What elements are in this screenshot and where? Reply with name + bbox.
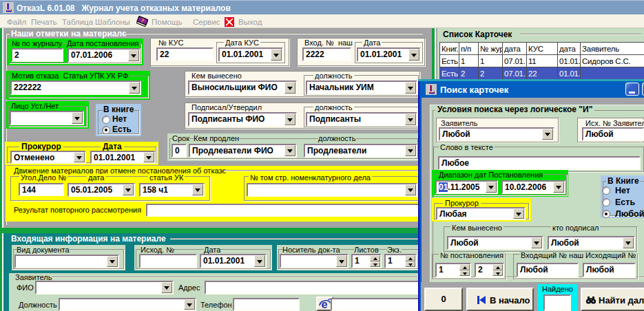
motive-combo[interactable]: 222222 bbox=[10, 81, 141, 95]
dlg-prosecutor-arrow-icon[interactable] bbox=[513, 208, 524, 219]
phone-field[interactable] bbox=[233, 298, 300, 311]
dlg-dateto-combo[interactable]: 10.02.2006 bbox=[501, 180, 565, 194]
find-next-button[interactable]: Найти далее bbox=[581, 288, 644, 311]
in-date-combo[interactable]: 01.01.2001 bbox=[357, 47, 421, 62]
in-no-field[interactable]: 2222 bbox=[302, 47, 351, 61]
to-start-button[interactable]: В начало bbox=[466, 288, 534, 311]
position-combo[interactable] bbox=[59, 298, 196, 311]
resolution2-down-icon[interactable] bbox=[492, 270, 503, 277]
signed-post-combo[interactable]: Подписанты bbox=[306, 112, 417, 127]
prosecutor-combo[interactable]: Отменено bbox=[10, 151, 86, 164]
kus-date-combo[interactable]: 01.01.2001 bbox=[218, 47, 283, 62]
medium-combo[interactable] bbox=[280, 254, 349, 268]
resolution1-down-icon[interactable] bbox=[459, 270, 470, 277]
kus-no-field[interactable]: 22 bbox=[156, 47, 214, 61]
signed-by-arrow-icon[interactable] bbox=[284, 114, 295, 125]
fio-combo[interactable] bbox=[35, 281, 174, 294]
prosecutor-date-arrow-icon[interactable] bbox=[143, 152, 154, 162]
copies-up-icon[interactable] bbox=[405, 255, 415, 261]
menu-file[interactable]: Файл bbox=[7, 18, 26, 26]
motive-arrow-icon[interactable] bbox=[129, 82, 140, 94]
fio-arrow-icon[interactable] bbox=[161, 282, 172, 293]
dlg-issued-combo[interactable]: Любой bbox=[447, 236, 543, 250]
copies-spinner[interactable]: 1 bbox=[384, 254, 417, 268]
prosecutor-arrow-icon[interactable] bbox=[74, 152, 85, 162]
resolution1-up-icon[interactable] bbox=[459, 264, 470, 270]
volume-combo[interactable] bbox=[247, 183, 417, 197]
issued-by-arrow-icon[interactable] bbox=[284, 82, 295, 94]
term-field[interactable]: 0 bbox=[172, 144, 187, 158]
dlg-inbook-radio-no[interactable] bbox=[602, 186, 610, 195]
dialog-minimize-button[interactable] bbox=[625, 83, 639, 96]
dlg-applicant-combo[interactable]: Любой bbox=[439, 127, 554, 141]
dlg-applicantno-combo[interactable]: Любой bbox=[582, 127, 644, 141]
copies-down-icon[interactable] bbox=[405, 261, 415, 268]
counter-button[interactable]: 0 bbox=[424, 288, 463, 311]
dlg-prosecutor-combo[interactable]: Любая bbox=[436, 207, 526, 220]
kus-date-arrow-icon[interactable] bbox=[271, 49, 282, 61]
prolonged-by-arrow-icon[interactable] bbox=[284, 145, 295, 156]
sheets-down-icon[interactable] bbox=[370, 261, 380, 268]
dlg-datefrom-combo[interactable]: 01.11.2005 bbox=[435, 180, 498, 194]
medium-arrow-icon[interactable] bbox=[336, 255, 347, 267]
article-arrow-icon[interactable] bbox=[192, 184, 203, 195]
person-combo[interactable] bbox=[10, 111, 84, 125]
signed-by-combo[interactable]: Подписанты ФИО bbox=[188, 112, 297, 127]
person-arrow-icon[interactable] bbox=[72, 112, 83, 124]
issued-by-combo[interactable]: Выносильщики ФИО bbox=[188, 81, 297, 95]
dlg-incomingno-field[interactable]: Любой bbox=[517, 263, 579, 277]
dlg-applicant-arrow-icon[interactable] bbox=[542, 129, 553, 140]
card-table-row-1[interactable]: Есть 1 1 07.01. 11 01.01. Сидоров С.С. bbox=[440, 55, 644, 67]
menu-templates[interactable]: Шаблоны bbox=[95, 18, 130, 26]
dlg-word-field[interactable]: Любое bbox=[438, 156, 641, 170]
prolonged-post-arrow-icon[interactable] bbox=[405, 145, 416, 156]
dialog-titlebar[interactable]: Поиск карточек bbox=[421, 81, 644, 98]
dlg-outgoingno-field[interactable]: Любой bbox=[583, 263, 636, 277]
incoming-date-arrow-icon[interactable] bbox=[254, 255, 265, 267]
inbook-radio-no[interactable] bbox=[102, 116, 110, 124]
dlg-issued-arrow-icon[interactable] bbox=[531, 237, 542, 248]
menu-service[interactable]: Сервис bbox=[193, 18, 220, 26]
article-combo[interactable]: 158 ч1 bbox=[139, 183, 205, 197]
case-date-combo[interactable]: 05.01.2005 bbox=[67, 183, 135, 197]
dlg-signed-arrow-icon[interactable] bbox=[623, 237, 634, 248]
sheets-spinner[interactable]: 1 bbox=[351, 254, 382, 268]
doctype-arrow-icon[interactable] bbox=[107, 256, 118, 267]
dlg-dateto-arrow-icon[interactable] bbox=[553, 182, 564, 193]
incoming-date-combo[interactable]: 01.01.2001 bbox=[200, 254, 267, 268]
card-table-row-2[interactable]: Есть 2 2 07.01. 22 01.01. bbox=[440, 67, 644, 80]
prosecutor-date-combo[interactable]: 01.01.2001 bbox=[90, 151, 156, 164]
inbook-radio-yes[interactable] bbox=[102, 126, 110, 134]
dlg-inbook-radio-any[interactable] bbox=[602, 210, 610, 218]
dlg-signed-combo[interactable]: Любой bbox=[548, 236, 635, 250]
main-titlebar[interactable]: ОтказL 6.01.08 Журнал учета отказных мат… bbox=[0, 0, 644, 14]
prolonged-by-combo[interactable]: Продлеватели ФИО bbox=[189, 144, 297, 158]
case-date-arrow-icon[interactable] bbox=[123, 184, 134, 195]
menu-exit[interactable]: Выход bbox=[238, 18, 262, 26]
sheets-up-icon[interactable] bbox=[370, 255, 380, 261]
menu-table[interactable]: Таблица bbox=[62, 18, 93, 26]
outno-field[interactable] bbox=[139, 254, 197, 268]
case-no-field[interactable]: 144 bbox=[19, 183, 64, 196]
volume-arrow-icon[interactable] bbox=[405, 184, 416, 195]
dlg-inbook-radio-yes[interactable] bbox=[602, 198, 610, 206]
menu-print[interactable]: Печать bbox=[31, 18, 57, 26]
position-arrow-icon[interactable] bbox=[184, 299, 195, 310]
decision-date-combo[interactable]: 07.01.2006 bbox=[67, 48, 141, 63]
issued-post-combo[interactable]: Начальник УИМ bbox=[306, 81, 417, 95]
dlg-resolution-spinner-2[interactable]: 2 bbox=[475, 263, 504, 277]
extra-field[interactable] bbox=[331, 298, 420, 311]
prolonged-post-combo[interactable]: Продлеватели bbox=[304, 144, 417, 158]
journal-no-field[interactable]: 2 bbox=[11, 48, 63, 62]
doctype-combo[interactable] bbox=[14, 255, 119, 268]
dlg-resolution-spinner-1[interactable]: 1 bbox=[435, 263, 471, 277]
dlg-datefrom-arrow-icon[interactable] bbox=[486, 182, 497, 193]
resolution2-up-icon[interactable] bbox=[492, 264, 503, 270]
result-field[interactable] bbox=[146, 204, 419, 217]
address-field[interactable] bbox=[205, 281, 420, 294]
signed-post-arrow-icon[interactable] bbox=[405, 114, 416, 125]
decision-date-arrow-icon[interactable] bbox=[128, 50, 139, 61]
issued-post-arrow-icon[interactable] bbox=[405, 82, 416, 94]
menu-help[interactable]: Помощь bbox=[152, 18, 182, 26]
in-date-arrow-icon[interactable] bbox=[408, 49, 419, 61]
